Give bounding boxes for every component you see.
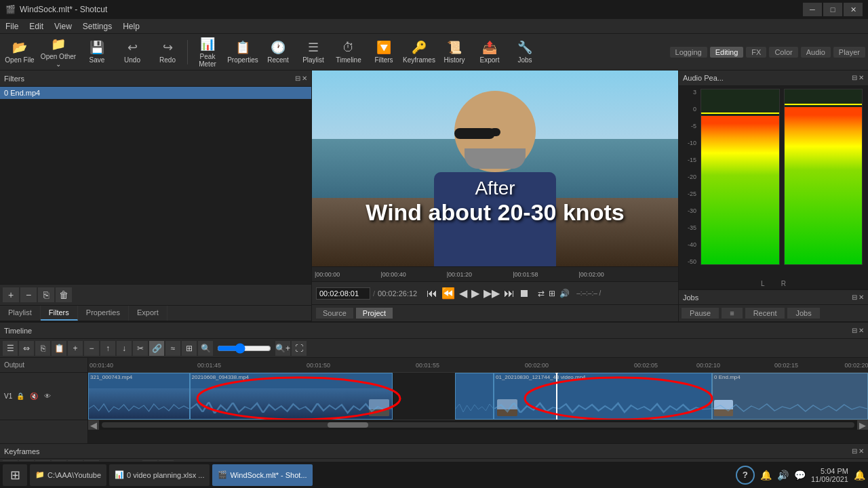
transport-stop[interactable]: ⏹ xyxy=(517,287,531,300)
tab-export[interactable]: Export xyxy=(129,306,167,321)
save-button[interactable]: 💾 Save xyxy=(80,36,114,68)
tl-menu-btn[interactable]: ☰ xyxy=(3,341,18,356)
recent-button[interactable]: 🕐 Recent xyxy=(261,36,295,68)
transport-start[interactable]: ⏮ xyxy=(425,287,439,300)
tl-down-btn[interactable]: ↓ xyxy=(117,341,132,356)
track-ruler[interactable]: 00:01:40 00:01:45 00:01:50 00:01:55 00:0… xyxy=(88,358,868,373)
tl-snap-btn[interactable]: 🔗 xyxy=(149,341,164,356)
filters-expand-button[interactable]: ⊟ xyxy=(295,75,300,82)
audio-peak-expand[interactable]: ⊟ xyxy=(852,74,857,81)
project-tab[interactable]: Project xyxy=(356,308,393,319)
close-button[interactable]: ✕ xyxy=(844,3,863,16)
workspace-fx[interactable]: FX xyxy=(746,47,766,58)
properties-button[interactable]: 📋 Properties xyxy=(226,36,260,68)
grid-button[interactable]: ⊞ xyxy=(547,289,557,298)
jobs-close[interactable]: ✕ xyxy=(859,293,864,301)
redo-button[interactable]: ↪ Redo xyxy=(151,36,184,68)
open-other-button[interactable]: 📁 Open Other ⌄ xyxy=(38,36,79,68)
scroll-thumb[interactable] xyxy=(328,422,368,428)
workspace-logging[interactable]: Logging xyxy=(670,47,707,58)
title-bar-controls[interactable]: ─ □ ✕ xyxy=(803,3,863,16)
scroll-right-button[interactable]: ▶ xyxy=(857,420,868,430)
tab-properties[interactable]: Properties xyxy=(78,306,129,321)
scroll-left-button[interactable]: ◀ xyxy=(88,420,99,430)
history-button[interactable]: 📜 History xyxy=(437,36,471,68)
workspace-color[interactable]: Color xyxy=(769,47,797,58)
jobs-jobs-button[interactable]: Jobs xyxy=(787,308,819,319)
peak-meter-button[interactable]: 📊 Peak Meter xyxy=(191,36,224,68)
jobs-recent-button[interactable]: Recent xyxy=(745,308,785,319)
clip-3[interactable] xyxy=(455,373,494,420)
tl-paste-btn[interactable]: 📋 xyxy=(52,341,66,356)
menu-view[interactable]: View xyxy=(49,20,77,33)
taskbar-shotcut[interactable]: 🎬 WindSock.mlt* - Shot... xyxy=(212,464,312,486)
filters-delete-button[interactable]: 🗑 xyxy=(56,287,72,302)
loop-button[interactable]: ⇄ xyxy=(536,289,546,298)
start-button[interactable]: ⊞ xyxy=(3,464,27,486)
menu-settings[interactable]: Settings xyxy=(77,20,117,33)
timeline-button[interactable]: ⏱ Timeline xyxy=(332,36,366,68)
transport-prev-frame[interactable]: ◀ xyxy=(458,287,469,300)
keyframes-expand[interactable]: ⊟ xyxy=(852,447,857,455)
clip-1[interactable]: 321_000743.mp4 xyxy=(88,373,190,420)
open-file-button[interactable]: 📂 Open File xyxy=(3,36,37,68)
system-clock[interactable]: 5:04 PM 11/09/2021 xyxy=(811,467,848,483)
tl-add-btn[interactable]: + xyxy=(68,341,83,356)
scroll-track[interactable] xyxy=(102,422,854,428)
workspace-audio[interactable]: Audio xyxy=(801,47,831,58)
taskbar-excel[interactable]: 📊 0 video planning.xlsx ... xyxy=(109,464,210,486)
jobs-pause-button[interactable]: Pause xyxy=(682,308,719,319)
help-icon-button[interactable]: ? xyxy=(736,466,755,485)
tl-up-btn[interactable]: ↑ xyxy=(100,341,115,356)
transport-next-frame[interactable]: ▶▶ xyxy=(482,287,501,300)
playlist-button[interactable]: ☰ Playlist xyxy=(296,36,330,68)
export-button[interactable]: 📤 Export xyxy=(473,36,507,68)
menu-edit[interactable]: Edit xyxy=(24,20,49,33)
tl-zoom-in-btn[interactable]: 🔍+ xyxy=(275,341,290,356)
filters-close-button[interactable]: ✕ xyxy=(302,75,307,82)
taskbar-file-explorer[interactable]: 📁 C:\AAA\Youtube xyxy=(30,464,106,486)
workspace-editing[interactable]: Editing xyxy=(710,47,744,58)
minimize-button[interactable]: ─ xyxy=(803,3,822,16)
tl-zoom-btn[interactable]: 🔍 xyxy=(198,341,213,356)
preview-timeline-ruler[interactable]: |00:00:00 |00:00:40 |00:01:20 |00:01:58 … xyxy=(312,266,678,281)
v1-mute-btn[interactable]: 🔇 xyxy=(28,391,39,402)
filters-button[interactable]: 🔽 Filters xyxy=(367,36,401,68)
menu-help[interactable]: Help xyxy=(117,20,145,33)
jobs-button[interactable]: 🔧 Jobs xyxy=(508,36,542,68)
undo-button[interactable]: ↩ Undo xyxy=(115,36,149,68)
v1-lock-btn[interactable]: 🔒 xyxy=(15,391,26,402)
jobs-expand[interactable]: ⊟ xyxy=(852,293,857,301)
transport-play[interactable]: ▶ xyxy=(470,287,481,300)
tl-remove-btn[interactable]: − xyxy=(84,341,99,356)
timeline-scrollbar[interactable]: ◀ ▶ xyxy=(88,420,868,430)
workspace-player[interactable]: Player xyxy=(833,47,865,58)
v1-eye-btn[interactable]: 👁 xyxy=(42,391,53,402)
keyframes-button[interactable]: 🔑 Keyframes xyxy=(402,36,436,68)
volume-button[interactable]: 🔊 xyxy=(558,289,571,298)
filters-selected-file[interactable]: 0 End.mp4 xyxy=(0,87,311,99)
tl-ripple-btn[interactable]: ≈ xyxy=(165,341,180,356)
current-timecode[interactable] xyxy=(316,287,370,300)
tab-playlist[interactable]: Playlist xyxy=(0,306,41,321)
tl-split-btn[interactable]: ✂ xyxy=(133,341,148,356)
filters-copy-button[interactable]: ⎘ xyxy=(38,287,54,302)
tab-filters[interactable]: Filters xyxy=(41,306,78,321)
maximize-button[interactable]: □ xyxy=(823,3,842,16)
playhead[interactable] xyxy=(556,373,557,420)
menu-file[interactable]: File xyxy=(0,20,24,33)
filters-add-button[interactable]: + xyxy=(3,287,19,302)
audio-peak-close[interactable]: ✕ xyxy=(859,74,864,81)
clip-4[interactable]: 01_20210830_121744_48 video.mp4 xyxy=(494,373,712,420)
timeline-expand[interactable]: ⊟ xyxy=(852,327,857,334)
transport-rewind[interactable]: ⏪ xyxy=(440,287,456,300)
zoom-slider[interactable] xyxy=(217,343,271,354)
clip-2[interactable]: 20210608_094338.mp4 xyxy=(190,373,393,420)
tl-fullscreen-btn[interactable]: ⛶ xyxy=(292,341,307,356)
keyframes-close[interactable]: ✕ xyxy=(859,447,864,455)
tl-copy-btn[interactable]: ⎘ xyxy=(35,341,50,356)
timeline-close[interactable]: ✕ xyxy=(859,327,864,334)
tl-grid-btn[interactable]: ⊞ xyxy=(182,341,197,356)
filters-remove-button[interactable]: − xyxy=(20,287,37,302)
transport-end[interactable]: ⏭ xyxy=(502,287,516,300)
